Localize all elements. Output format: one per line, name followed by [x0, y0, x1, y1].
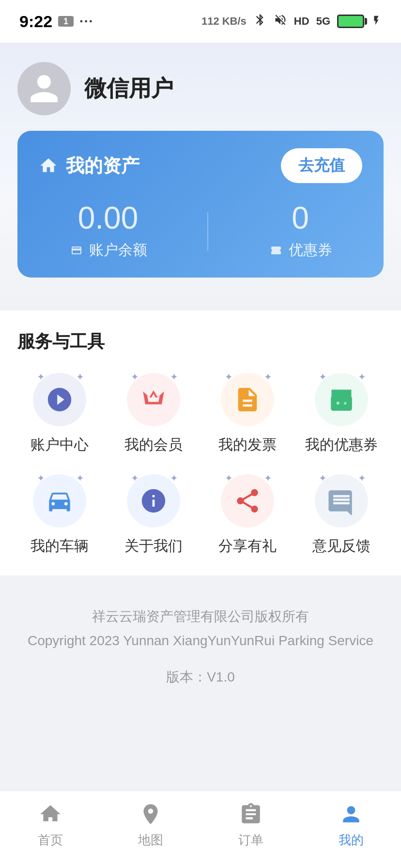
- mine-nav-label: 我的: [339, 832, 364, 849]
- member-icon-wrap: ✦ ✦: [127, 373, 180, 426]
- coupon-service-icon: [327, 386, 355, 414]
- sparkle: ✦: [131, 371, 139, 383]
- battery-icon: [337, 15, 364, 28]
- sparkle: ✦: [225, 472, 233, 484]
- section-title: 服务与工具: [17, 330, 384, 354]
- member-label: 我的会员: [124, 435, 183, 455]
- invoice-label: 我的发票: [218, 435, 277, 455]
- coupon-icon: [268, 245, 284, 256]
- orders-nav-icon: [237, 801, 264, 828]
- account-label: 账户中心: [31, 435, 89, 455]
- mute-icon: [274, 13, 287, 30]
- sparkle: ✦: [76, 371, 84, 383]
- status-left: 9:22 1 ···: [19, 12, 93, 31]
- bottom-nav: 首页 地图 订单 我的: [0, 790, 401, 868]
- assets-header: 我的资产 去充值: [39, 148, 362, 183]
- status-bar: 9:22 1 ··· 112 KB/s HD 5G: [0, 0, 401, 43]
- card-icon: [69, 245, 84, 256]
- avatar: [17, 62, 71, 115]
- charging-icon: [371, 14, 382, 29]
- sparkle: ✦: [37, 371, 45, 383]
- mine-nav-icon: [338, 801, 365, 828]
- assets-values: 0.00 账户余额 0 优惠券: [39, 202, 362, 260]
- share-label: 分享有礼: [218, 536, 277, 556]
- user-row: 微信用户: [17, 62, 384, 115]
- coupon-item: 0 优惠券: [268, 202, 332, 260]
- service-item-account[interactable]: ✦ ✦ 账户中心: [17, 373, 102, 455]
- feedback-icon-wrap: ✦ ✦: [315, 474, 368, 527]
- service-item-feedback[interactable]: ✦ ✦ 意见反馈: [299, 474, 384, 556]
- nav-item-mine[interactable]: 我的: [301, 801, 401, 849]
- footer-info: 祥云云瑞资产管理有限公司版权所有 Copyright 2023 Yunnan X…: [0, 585, 401, 718]
- assets-card: 我的资产 去充值 0.00 账户余额 0 优惠券: [17, 131, 384, 278]
- share-icon: [233, 487, 262, 515]
- header-section: 微信用户 我的资产 去充值 0.00 账户余额 0: [0, 43, 401, 301]
- account-center-icon: [46, 386, 74, 414]
- sim-icon: 1: [58, 16, 74, 27]
- account-icon-wrap: ✦ ✦: [33, 373, 86, 426]
- nav-item-orders[interactable]: 订单: [200, 801, 301, 849]
- home-nav-label: 首页: [38, 832, 63, 849]
- about-icon-wrap: ✦ ✦: [127, 474, 180, 527]
- balance-item: 0.00 账户余额: [69, 202, 147, 260]
- coupon-label: 优惠券: [268, 240, 332, 260]
- status-dot: ···: [79, 14, 93, 29]
- balance-value: 0.00: [69, 202, 147, 233]
- home-icon: [39, 156, 58, 175]
- sparkle: ✦: [358, 371, 366, 383]
- service-item-vehicle[interactable]: ✦ ✦ 我的车辆: [17, 474, 102, 556]
- network-speed: 112 KB/s: [201, 15, 247, 28]
- sparkle: ✦: [225, 371, 233, 383]
- sparkle: ✦: [264, 371, 272, 383]
- sparkle: ✦: [319, 371, 327, 383]
- version: 版本：V1.0: [17, 665, 384, 689]
- assets-title: 我的资产: [39, 154, 139, 178]
- user-avatar-icon: [27, 72, 61, 106]
- status-time: 9:22: [19, 12, 52, 31]
- about-icon: [139, 487, 168, 515]
- feedback-label: 意见反馈: [312, 536, 370, 556]
- service-item-member[interactable]: ✦ ✦ 我的会员: [111, 373, 196, 455]
- service-item-about[interactable]: ✦ ✦ 关于我们: [111, 474, 196, 556]
- coupon-icon-wrap: ✦ ✦: [315, 373, 368, 426]
- home-nav-icon: [37, 801, 64, 828]
- vehicle-icon-wrap: ✦ ✦: [33, 474, 86, 527]
- service-item-coupon[interactable]: ✦ ✦ 我的优惠券: [299, 373, 384, 455]
- coupon-service-label: 我的优惠券: [305, 435, 378, 455]
- invoice-icon-wrap: ✦ ✦: [221, 373, 274, 426]
- status-right: 112 KB/s HD 5G: [201, 13, 382, 30]
- sparkle: ✦: [264, 472, 272, 484]
- services-grid: ✦ ✦ 账户中心 ✦ ✦ 我的会员 ✦ ✦: [17, 373, 384, 556]
- hd-icon: HD: [294, 15, 309, 28]
- map-nav-icon: [137, 801, 164, 828]
- balance-label: 账户余额: [69, 240, 147, 260]
- nav-item-map[interactable]: 地图: [100, 801, 200, 849]
- copyright-en: Copyright 2023 Yunnan XiangYunYunRui Par…: [17, 629, 384, 653]
- signal-icon: 5G: [316, 15, 330, 28]
- service-item-share[interactable]: ✦ ✦ 分享有礼: [205, 474, 290, 556]
- sparkle: ✦: [37, 472, 45, 484]
- map-nav-label: 地图: [138, 832, 163, 849]
- coupon-value: 0: [268, 202, 332, 233]
- share-icon-wrap: ✦ ✦: [221, 474, 274, 527]
- about-label: 关于我们: [124, 536, 183, 556]
- main-content: 服务与工具 ✦ ✦ 账户中心 ✦ ✦ 我的会员: [0, 301, 401, 868]
- recharge-button[interactable]: 去充值: [281, 148, 362, 183]
- sparkle: ✦: [358, 472, 366, 484]
- asset-divider: [207, 212, 208, 251]
- sparkle: ✦: [170, 472, 178, 484]
- service-item-invoice[interactable]: ✦ ✦ 我的发票: [205, 373, 290, 455]
- sparkle: ✦: [76, 472, 84, 484]
- copyright-cn: 祥云云瑞资产管理有限公司版权所有: [17, 604, 384, 629]
- sparkle: ✦: [319, 472, 327, 484]
- orders-nav-label: 订单: [238, 832, 263, 849]
- invoice-icon: [233, 386, 262, 414]
- sparkle: ✦: [170, 371, 178, 383]
- member-icon: [139, 386, 168, 414]
- services-section: 服务与工具 ✦ ✦ 账户中心 ✦ ✦ 我的会员: [0, 310, 401, 575]
- vehicle-icon: [46, 487, 74, 515]
- nav-item-home[interactable]: 首页: [0, 801, 100, 849]
- username: 微信用户: [84, 74, 173, 104]
- sparkle: ✦: [131, 472, 139, 484]
- vehicle-label: 我的车辆: [31, 536, 89, 556]
